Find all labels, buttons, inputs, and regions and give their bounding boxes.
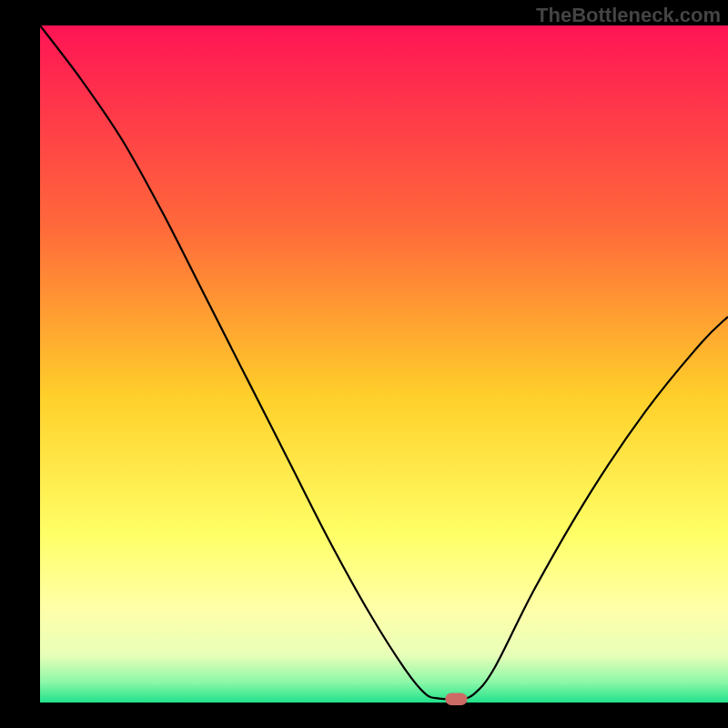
chart-container: TheBottleneck.com xyxy=(0,0,728,728)
optimal-marker xyxy=(445,693,467,705)
bottleneck-chart xyxy=(0,0,728,728)
gradient-background xyxy=(40,25,728,703)
watermark-text: TheBottleneck.com xyxy=(536,4,721,27)
